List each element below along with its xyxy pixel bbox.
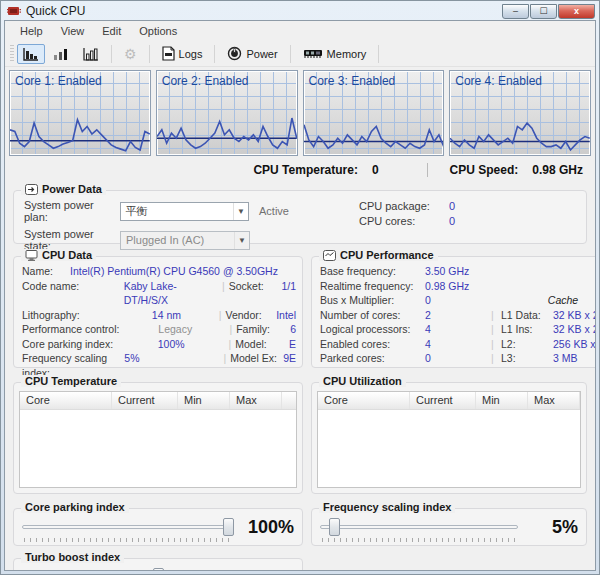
cache-header: Cache xyxy=(501,293,596,308)
memory-icon xyxy=(303,48,323,60)
power-button[interactable]: Power xyxy=(221,43,283,64)
column-header-current[interactable]: Current xyxy=(410,392,476,409)
toolbar-separator xyxy=(214,45,215,63)
core-parking-slider[interactable] xyxy=(22,518,234,538)
menu-help[interactable]: Help xyxy=(11,23,52,39)
turbo-boost-slider-group: Turbo boost index 65% xyxy=(13,558,303,571)
row-label: Performance control: xyxy=(22,322,126,337)
toolbar-separator xyxy=(149,45,150,63)
row-label: Base frequency: xyxy=(320,264,425,279)
cpu-temperature-table: Core Current Min Max xyxy=(19,391,297,488)
row-label: Code name: xyxy=(22,279,124,308)
column-header-core[interactable]: Core xyxy=(20,392,112,409)
menu-options[interactable]: Options xyxy=(130,23,186,39)
titlebar: Quick CPU – ☐ x xyxy=(1,1,599,20)
chart-view-1-button[interactable] xyxy=(17,44,45,64)
maximize-button[interactable]: ☐ xyxy=(530,4,557,19)
menubar: Help View Edit Options xyxy=(5,21,595,41)
core3-graph: Core 3: Enabled xyxy=(303,70,445,156)
row-value: E xyxy=(289,337,296,352)
gear-icon: ⚙ xyxy=(124,46,137,62)
window-frame: Quick CPU – ☐ x Help View Edit Options xyxy=(0,0,600,575)
row-label: Core parking index: xyxy=(22,337,126,352)
row-value: 5% xyxy=(124,351,219,380)
logs-button[interactable]: Logs xyxy=(156,43,209,64)
row-value: 3.50 GHz xyxy=(425,264,487,279)
slider-thumb[interactable] xyxy=(329,518,340,536)
window-title: Quick CPU xyxy=(26,4,85,18)
settings-button[interactable]: ⚙ xyxy=(118,43,143,65)
divider: | xyxy=(487,351,501,366)
cpu-temperature-value: 0 xyxy=(372,163,379,177)
readout-bar: CPU Temperature: 0 CPU Speed: 0.98 GHz xyxy=(5,160,595,180)
divider: | xyxy=(225,337,236,352)
readout-divider xyxy=(427,163,428,177)
column-header-max[interactable]: Max xyxy=(230,392,282,409)
row-value: 32 KB x 2 xyxy=(553,308,596,323)
toolbar-separator xyxy=(290,45,291,63)
core2-graph: Core 2: Enabled xyxy=(156,70,298,156)
row-value: Kaby Lake-DT/H/S/X xyxy=(124,279,218,308)
column-header-current[interactable]: Current xyxy=(112,392,178,409)
cpu-data-title: CPU Data xyxy=(42,249,92,261)
frequency-scaling-slider-group: Frequency scaling index 5% xyxy=(311,508,587,546)
turbo-boost-slider[interactable] xyxy=(22,568,234,572)
power-data-title: Power Data xyxy=(42,183,102,195)
power-state-select: Plugged In (AC) ▼ xyxy=(120,231,250,250)
slider-thumb[interactable] xyxy=(153,568,164,572)
row-value: 256 KB x 2 xyxy=(553,337,596,352)
power-state-value: Plugged In (AC) xyxy=(126,234,204,246)
power-plan-controls: System power plan: 平衡 ▼ Active System po… xyxy=(24,199,289,243)
core1-graph-label: Core 1: Enabled xyxy=(15,74,102,88)
power-plan-value: 平衡 xyxy=(126,204,148,219)
slider-thumb[interactable] xyxy=(223,518,234,536)
bar-chart-rise-icon xyxy=(53,47,69,61)
chart-view-2-button[interactable] xyxy=(47,44,75,64)
row-value: Legacy xyxy=(126,322,225,337)
toolbar-separator xyxy=(111,45,112,63)
minimize-button[interactable]: – xyxy=(502,4,529,19)
column-header-core[interactable]: Core xyxy=(318,392,410,409)
row-value: 6 xyxy=(290,322,296,337)
core4-graph: Core 4: Enabled xyxy=(449,70,591,156)
row-label: L1 Ins: xyxy=(501,322,553,337)
row-value: 0 xyxy=(425,293,487,308)
slider-track[interactable] xyxy=(320,525,518,529)
row-label: Parked cores: xyxy=(320,351,425,366)
cpu-cores-value: 0 xyxy=(449,215,455,227)
cpu-name-label: Name: xyxy=(22,264,70,279)
column-header-max[interactable]: Max xyxy=(528,392,580,409)
core-graphs: Core 1: Enabled Core 2: Enabled Core 3: … xyxy=(5,67,595,160)
memory-button[interactable]: Memory xyxy=(297,45,373,63)
row-label: Realtime frequency: xyxy=(320,279,425,294)
row-label: L1 Data: xyxy=(501,308,553,323)
cpu-utilization-table-title: CPU Utilization xyxy=(323,375,402,387)
cpu-speed-label: CPU Speed: xyxy=(450,163,519,177)
slider-track[interactable] xyxy=(22,525,234,529)
close-button[interactable]: x xyxy=(558,4,595,19)
power-icon xyxy=(227,46,242,61)
column-header-min[interactable]: Min xyxy=(476,392,528,409)
row-label: Model: xyxy=(235,337,289,352)
chevron-down-icon: ▼ xyxy=(234,232,249,249)
chart-view-3-button[interactable] xyxy=(77,44,105,64)
power-plan-status: Active xyxy=(259,205,289,217)
chevron-down-icon: ▼ xyxy=(233,203,248,220)
menu-edit[interactable]: Edit xyxy=(93,23,130,39)
core-parking-value: 100% xyxy=(244,517,294,538)
cpu-performance-icon xyxy=(323,250,336,261)
frequency-scaling-title: Frequency scaling index xyxy=(323,501,451,513)
menu-view[interactable]: View xyxy=(52,23,94,39)
core2-graph-label: Core 2: Enabled xyxy=(162,74,249,88)
power-plan-select[interactable]: 平衡 ▼ xyxy=(120,202,249,221)
power-data-group: Power Data System power plan: 平衡 ▼ Activ… xyxy=(13,190,587,244)
row-value: 3 MB xyxy=(553,351,596,366)
bar-chart-decline-icon xyxy=(23,47,39,61)
frequency-scaling-slider[interactable] xyxy=(320,518,518,538)
row-label: Socket: xyxy=(229,279,282,308)
column-header-min[interactable]: Min xyxy=(178,392,230,409)
cpu-data-icon xyxy=(25,250,38,261)
cpu-utilization-table: Core Current Min Max xyxy=(317,391,581,488)
slider-ticks xyxy=(322,538,516,542)
row-label: L2: xyxy=(501,337,553,352)
